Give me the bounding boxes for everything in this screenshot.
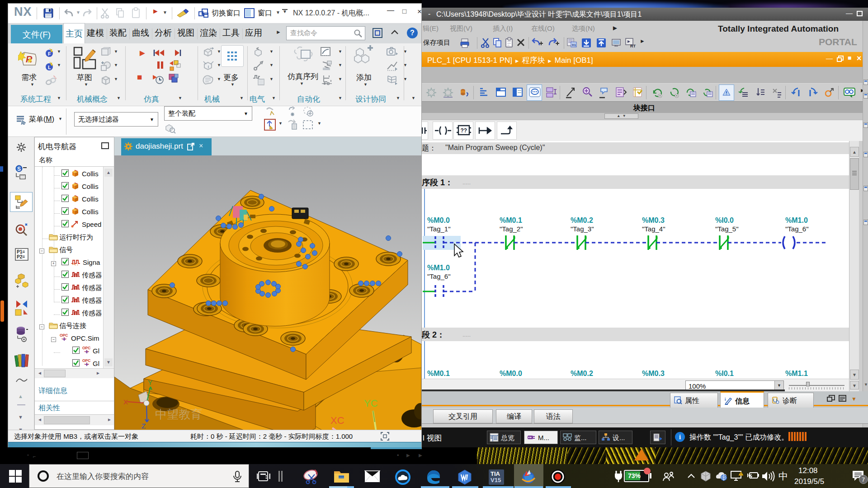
svg-text:S: S [17, 166, 21, 172]
svg-text:!: ! [741, 472, 741, 475]
svg-text:P1=: P1= [17, 249, 25, 254]
svg-text:YC: YC [364, 398, 378, 409]
svg-text:P2=: P2= [17, 254, 25, 259]
svg-text:中望教育: 中望教育 [155, 408, 202, 421]
svg-text:XC: XC [330, 415, 344, 426]
svg-text:F: F [48, 51, 51, 56]
svg-text:Y: Y [148, 379, 152, 386]
svg-text:OPC: OPC [82, 346, 90, 350]
svg-text:Z: Z [142, 422, 146, 430]
svg-text:??: ?? [461, 127, 467, 134]
svg-text:OPC: OPC [60, 333, 68, 338]
svg-text:OPC: OPC [82, 358, 90, 363]
svg-text:01: 01 [572, 43, 576, 47]
svg-text:i: i [725, 397, 726, 402]
svg-text:L: L [48, 65, 51, 70]
svg-text:X: X [123, 398, 128, 406]
svg-text:RT: RT [630, 44, 636, 48]
